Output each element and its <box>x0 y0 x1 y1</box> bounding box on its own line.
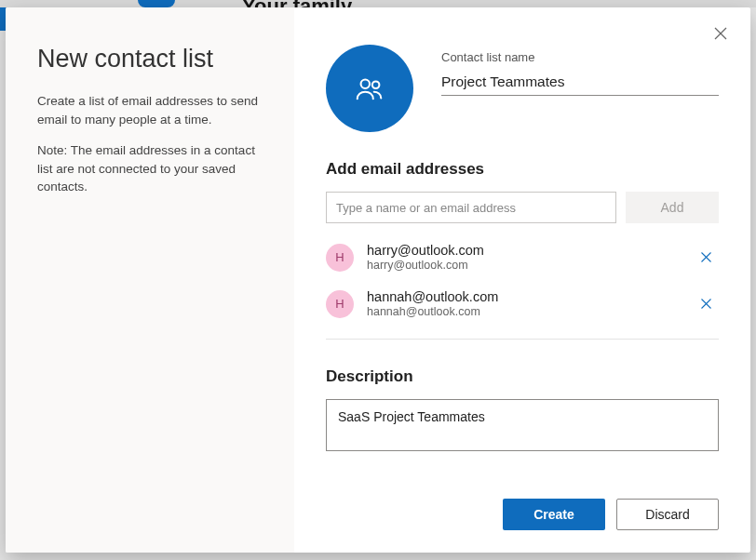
form-pane: Contact list name Add email addresses Ad… <box>294 7 750 553</box>
email-member-row: H harry@outlook.com harry@outlook.com <box>326 234 719 281</box>
add-emails-heading: Add email addresses <box>326 160 719 179</box>
add-email-button[interactable]: Add <box>626 192 719 223</box>
close-button[interactable] <box>708 20 734 47</box>
info-pane: New contact list Create a list of email … <box>6 7 294 553</box>
member-email-secondary: hannah@outlook.com <box>367 305 693 320</box>
member-email-primary: hannah@outlook.com <box>367 288 693 305</box>
svg-point-2 <box>361 80 370 88</box>
new-contact-list-dialog: New contact list Create a list of email … <box>6 7 750 553</box>
contact-list-name-input[interactable] <box>441 70 719 96</box>
discard-button[interactable]: Discard <box>616 499 719 530</box>
create-button[interactable]: Create <box>503 499 605 530</box>
member-avatar: H <box>326 290 354 318</box>
close-icon <box>714 27 727 40</box>
email-member-list: H harry@outlook.com harry@outlook.com H … <box>326 234 719 327</box>
section-divider <box>326 339 719 340</box>
remove-member-button[interactable] <box>693 291 719 317</box>
member-avatar: H <box>326 244 354 272</box>
backdrop-avatar-fragment <box>138 0 175 7</box>
member-email-primary: harry@outlook.com <box>367 242 693 259</box>
email-member-row: H hannah@outlook.com hannah@outlook.com <box>326 281 719 327</box>
dialog-note: Note: The email addresses in a contact l… <box>37 141 266 196</box>
dialog-heading: New contact list <box>37 45 266 73</box>
remove-member-button[interactable] <box>693 245 719 271</box>
contact-list-name-label: Contact list name <box>441 50 719 64</box>
people-icon <box>354 73 385 104</box>
backdrop-strip <box>0 0 756 7</box>
description-heading: Description <box>326 367 719 386</box>
dialog-footer: Create Discard <box>326 476 719 530</box>
remove-icon <box>701 252 711 262</box>
dialog-intro: Create a list of email addresses to send… <box>37 92 266 128</box>
add-email-input[interactable] <box>326 192 616 223</box>
svg-point-3 <box>372 81 380 88</box>
contact-list-avatar <box>326 45 413 132</box>
member-email-secondary: harry@outlook.com <box>367 259 693 273</box>
description-input[interactable] <box>326 399 719 451</box>
remove-icon <box>701 299 711 309</box>
